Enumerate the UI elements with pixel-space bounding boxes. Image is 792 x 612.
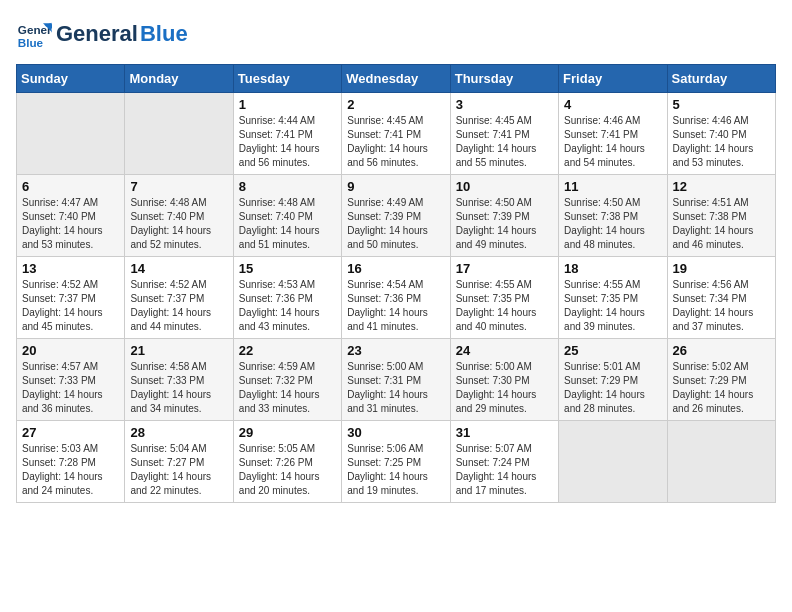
calendar-cell: 13Sunrise: 4:52 AMSunset: 7:37 PMDayligh… <box>17 257 125 339</box>
day-number: 15 <box>239 261 336 276</box>
day-info: Sunrise: 5:04 AMSunset: 7:27 PMDaylight:… <box>130 442 227 498</box>
calendar-cell: 24Sunrise: 5:00 AMSunset: 7:30 PMDayligh… <box>450 339 558 421</box>
day-number: 29 <box>239 425 336 440</box>
day-number: 17 <box>456 261 553 276</box>
day-number: 1 <box>239 97 336 112</box>
calendar-cell <box>17 93 125 175</box>
day-info: Sunrise: 4:59 AMSunset: 7:32 PMDaylight:… <box>239 360 336 416</box>
calendar-cell: 27Sunrise: 5:03 AMSunset: 7:28 PMDayligh… <box>17 421 125 503</box>
day-number: 11 <box>564 179 661 194</box>
day-info: Sunrise: 5:02 AMSunset: 7:29 PMDaylight:… <box>673 360 770 416</box>
calendar-cell: 30Sunrise: 5:06 AMSunset: 7:25 PMDayligh… <box>342 421 450 503</box>
calendar-cell: 6Sunrise: 4:47 AMSunset: 7:40 PMDaylight… <box>17 175 125 257</box>
day-number: 18 <box>564 261 661 276</box>
calendar-table: SundayMondayTuesdayWednesdayThursdayFrid… <box>16 64 776 503</box>
day-info: Sunrise: 4:46 AMSunset: 7:41 PMDaylight:… <box>564 114 661 170</box>
calendar-week-row: 27Sunrise: 5:03 AMSunset: 7:28 PMDayligh… <box>17 421 776 503</box>
calendar-cell: 18Sunrise: 4:55 AMSunset: 7:35 PMDayligh… <box>559 257 667 339</box>
day-info: Sunrise: 4:55 AMSunset: 7:35 PMDaylight:… <box>564 278 661 334</box>
calendar-cell <box>125 93 233 175</box>
calendar-cell: 11Sunrise: 4:50 AMSunset: 7:38 PMDayligh… <box>559 175 667 257</box>
day-info: Sunrise: 4:48 AMSunset: 7:40 PMDaylight:… <box>239 196 336 252</box>
calendar-cell: 1Sunrise: 4:44 AMSunset: 7:41 PMDaylight… <box>233 93 341 175</box>
calendar-cell: 3Sunrise: 4:45 AMSunset: 7:41 PMDaylight… <box>450 93 558 175</box>
calendar-cell: 23Sunrise: 5:00 AMSunset: 7:31 PMDayligh… <box>342 339 450 421</box>
day-number: 30 <box>347 425 444 440</box>
weekday-header: Sunday <box>17 65 125 93</box>
day-info: Sunrise: 4:46 AMSunset: 7:40 PMDaylight:… <box>673 114 770 170</box>
calendar-cell: 26Sunrise: 5:02 AMSunset: 7:29 PMDayligh… <box>667 339 775 421</box>
day-info: Sunrise: 4:56 AMSunset: 7:34 PMDaylight:… <box>673 278 770 334</box>
page-header: General Blue General Blue <box>16 16 776 52</box>
weekday-header: Thursday <box>450 65 558 93</box>
day-number: 31 <box>456 425 553 440</box>
calendar-cell: 20Sunrise: 4:57 AMSunset: 7:33 PMDayligh… <box>17 339 125 421</box>
day-info: Sunrise: 5:00 AMSunset: 7:30 PMDaylight:… <box>456 360 553 416</box>
day-info: Sunrise: 4:53 AMSunset: 7:36 PMDaylight:… <box>239 278 336 334</box>
day-number: 24 <box>456 343 553 358</box>
calendar-cell <box>559 421 667 503</box>
calendar-cell: 17Sunrise: 4:55 AMSunset: 7:35 PMDayligh… <box>450 257 558 339</box>
calendar-cell: 15Sunrise: 4:53 AMSunset: 7:36 PMDayligh… <box>233 257 341 339</box>
weekday-header: Tuesday <box>233 65 341 93</box>
calendar-header-row: SundayMondayTuesdayWednesdayThursdayFrid… <box>17 65 776 93</box>
day-info: Sunrise: 4:52 AMSunset: 7:37 PMDaylight:… <box>22 278 119 334</box>
day-number: 25 <box>564 343 661 358</box>
weekday-header: Monday <box>125 65 233 93</box>
day-info: Sunrise: 4:49 AMSunset: 7:39 PMDaylight:… <box>347 196 444 252</box>
day-info: Sunrise: 5:01 AMSunset: 7:29 PMDaylight:… <box>564 360 661 416</box>
day-number: 3 <box>456 97 553 112</box>
day-number: 23 <box>347 343 444 358</box>
day-number: 5 <box>673 97 770 112</box>
day-info: Sunrise: 4:55 AMSunset: 7:35 PMDaylight:… <box>456 278 553 334</box>
day-info: Sunrise: 4:47 AMSunset: 7:40 PMDaylight:… <box>22 196 119 252</box>
day-number: 4 <box>564 97 661 112</box>
day-info: Sunrise: 4:45 AMSunset: 7:41 PMDaylight:… <box>347 114 444 170</box>
calendar-cell: 7Sunrise: 4:48 AMSunset: 7:40 PMDaylight… <box>125 175 233 257</box>
day-number: 19 <box>673 261 770 276</box>
calendar-cell: 8Sunrise: 4:48 AMSunset: 7:40 PMDaylight… <box>233 175 341 257</box>
day-info: Sunrise: 5:00 AMSunset: 7:31 PMDaylight:… <box>347 360 444 416</box>
day-number: 12 <box>673 179 770 194</box>
day-number: 6 <box>22 179 119 194</box>
day-info: Sunrise: 5:05 AMSunset: 7:26 PMDaylight:… <box>239 442 336 498</box>
day-info: Sunrise: 4:45 AMSunset: 7:41 PMDaylight:… <box>456 114 553 170</box>
calendar-cell: 16Sunrise: 4:54 AMSunset: 7:36 PMDayligh… <box>342 257 450 339</box>
svg-text:Blue: Blue <box>18 36 44 49</box>
day-info: Sunrise: 4:50 AMSunset: 7:39 PMDaylight:… <box>456 196 553 252</box>
calendar-cell: 22Sunrise: 4:59 AMSunset: 7:32 PMDayligh… <box>233 339 341 421</box>
day-number: 7 <box>130 179 227 194</box>
day-number: 27 <box>22 425 119 440</box>
calendar-cell: 12Sunrise: 4:51 AMSunset: 7:38 PMDayligh… <box>667 175 775 257</box>
weekday-header: Friday <box>559 65 667 93</box>
logo-general: General <box>56 21 138 47</box>
weekday-header: Wednesday <box>342 65 450 93</box>
day-number: 28 <box>130 425 227 440</box>
logo-icon: General Blue <box>16 16 52 52</box>
calendar-cell: 21Sunrise: 4:58 AMSunset: 7:33 PMDayligh… <box>125 339 233 421</box>
calendar-cell: 25Sunrise: 5:01 AMSunset: 7:29 PMDayligh… <box>559 339 667 421</box>
calendar-cell: 2Sunrise: 4:45 AMSunset: 7:41 PMDaylight… <box>342 93 450 175</box>
calendar-week-row: 6Sunrise: 4:47 AMSunset: 7:40 PMDaylight… <box>17 175 776 257</box>
day-info: Sunrise: 4:58 AMSunset: 7:33 PMDaylight:… <box>130 360 227 416</box>
day-number: 16 <box>347 261 444 276</box>
calendar-week-row: 13Sunrise: 4:52 AMSunset: 7:37 PMDayligh… <box>17 257 776 339</box>
calendar-cell: 14Sunrise: 4:52 AMSunset: 7:37 PMDayligh… <box>125 257 233 339</box>
calendar-cell: 9Sunrise: 4:49 AMSunset: 7:39 PMDaylight… <box>342 175 450 257</box>
calendar-cell: 29Sunrise: 5:05 AMSunset: 7:26 PMDayligh… <box>233 421 341 503</box>
calendar-cell <box>667 421 775 503</box>
day-number: 2 <box>347 97 444 112</box>
calendar-cell: 31Sunrise: 5:07 AMSunset: 7:24 PMDayligh… <box>450 421 558 503</box>
day-info: Sunrise: 5:03 AMSunset: 7:28 PMDaylight:… <box>22 442 119 498</box>
day-info: Sunrise: 4:52 AMSunset: 7:37 PMDaylight:… <box>130 278 227 334</box>
day-number: 21 <box>130 343 227 358</box>
day-info: Sunrise: 4:44 AMSunset: 7:41 PMDaylight:… <box>239 114 336 170</box>
calendar-cell: 5Sunrise: 4:46 AMSunset: 7:40 PMDaylight… <box>667 93 775 175</box>
day-info: Sunrise: 4:54 AMSunset: 7:36 PMDaylight:… <box>347 278 444 334</box>
day-number: 9 <box>347 179 444 194</box>
day-number: 10 <box>456 179 553 194</box>
weekday-header: Saturday <box>667 65 775 93</box>
day-info: Sunrise: 4:57 AMSunset: 7:33 PMDaylight:… <box>22 360 119 416</box>
calendar-cell: 4Sunrise: 4:46 AMSunset: 7:41 PMDaylight… <box>559 93 667 175</box>
calendar-week-row: 1Sunrise: 4:44 AMSunset: 7:41 PMDaylight… <box>17 93 776 175</box>
